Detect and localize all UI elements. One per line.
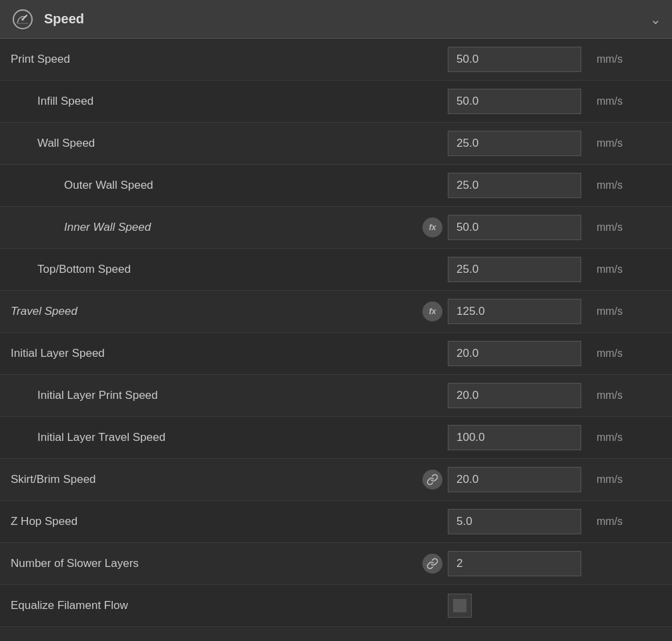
- label-infill-speed: Infill Speed: [11, 95, 448, 108]
- unit-initial-layer-travel-speed: mm/s: [589, 432, 623, 444]
- input-group-initial-layer-speed: mm/s: [448, 341, 661, 366]
- unit-infill-speed: mm/s: [589, 95, 623, 107]
- input-outer-wall-speed[interactable]: [448, 173, 581, 198]
- input-group-equalize-filament-flow: [448, 594, 661, 618]
- input-group-number-of-slower-layers: [448, 551, 661, 576]
- input-infill-speed[interactable]: [448, 89, 581, 114]
- svg-point-2: [21, 18, 24, 21]
- unit-outer-wall-speed: mm/s: [589, 179, 623, 191]
- setting-row-number-of-slower-layers: Number of Slower Layers: [0, 543, 672, 585]
- setting-row-initial-layer-travel-speed: Initial Layer Travel Speedmm/s: [0, 417, 672, 459]
- setting-row-print-speed: Print Speedmm/s: [0, 39, 672, 81]
- input-wall-speed[interactable]: [448, 131, 581, 156]
- setting-row-z-hop-speed: Z Hop Speedmm/s: [0, 501, 672, 543]
- input-skirt-brim-speed[interactable]: [448, 467, 581, 492]
- checkbox-inner-equalize-filament-flow: [453, 599, 466, 612]
- input-group-print-speed: mm/s: [448, 47, 661, 72]
- setting-row-equalize-filament-flow: Equalize Filament Flow: [0, 585, 672, 627]
- input-top-bottom-speed[interactable]: [448, 257, 581, 282]
- unit-initial-layer-speed: mm/s: [589, 348, 623, 360]
- fx-icon-inner-wall-speed[interactable]: fx: [422, 217, 442, 237]
- unit-skirt-brim-speed: mm/s: [589, 474, 623, 486]
- input-print-speed[interactable]: [448, 47, 581, 72]
- setting-row-initial-layer-speed: Initial Layer Speedmm/s: [0, 333, 672, 375]
- label-initial-layer-travel-speed: Initial Layer Travel Speed: [11, 431, 448, 444]
- input-group-inner-wall-speed: mm/s: [448, 215, 661, 240]
- label-equalize-filament-flow: Equalize Filament Flow: [11, 599, 448, 612]
- input-group-initial-layer-print-speed: mm/s: [448, 383, 661, 408]
- label-outer-wall-speed: Outer Wall Speed: [11, 179, 448, 192]
- input-group-z-hop-speed: mm/s: [448, 509, 661, 534]
- setting-row-inner-wall-speed: Inner Wall Speedfxmm/s: [0, 207, 672, 249]
- label-skirt-brim-speed: Skirt/Brim Speed: [11, 473, 422, 486]
- label-wall-speed: Wall Speed: [11, 137, 448, 150]
- input-group-outer-wall-speed: mm/s: [448, 173, 661, 198]
- setting-row-skirt-brim-speed: Skirt/Brim Speedmm/s: [0, 459, 672, 501]
- input-initial-layer-print-speed[interactable]: [448, 383, 581, 408]
- checkbox-equalize-filament-flow[interactable]: [448, 594, 472, 618]
- fx-icon-travel-speed[interactable]: fx: [422, 301, 442, 322]
- speed-panel: Speed ⌄ Print Speedmm/sInfill Speedmm/sW…: [0, 0, 672, 627]
- input-initial-layer-travel-speed[interactable]: [448, 425, 581, 450]
- input-inner-wall-speed[interactable]: [448, 215, 581, 240]
- setting-row-wall-speed: Wall Speedmm/s: [0, 123, 672, 165]
- input-group-skirt-brim-speed: mm/s: [448, 467, 661, 492]
- input-z-hop-speed[interactable]: [448, 509, 581, 534]
- label-initial-layer-speed: Initial Layer Speed: [11, 347, 448, 360]
- unit-initial-layer-print-speed: mm/s: [589, 390, 623, 402]
- link-icon-number-of-slower-layers[interactable]: [422, 554, 442, 574]
- input-group-top-bottom-speed: mm/s: [448, 257, 661, 282]
- input-group-travel-speed: mm/s: [448, 299, 661, 324]
- label-inner-wall-speed: Inner Wall Speed: [11, 221, 422, 234]
- setting-row-infill-speed: Infill Speedmm/s: [0, 81, 672, 123]
- input-number-of-slower-layers[interactable]: [448, 551, 581, 576]
- link-icon-skirt-brim-speed[interactable]: [422, 470, 442, 490]
- unit-wall-speed: mm/s: [589, 137, 623, 149]
- setting-row-initial-layer-print-speed: Initial Layer Print Speedmm/s: [0, 375, 672, 417]
- input-group-initial-layer-travel-speed: mm/s: [448, 425, 661, 450]
- collapse-icon[interactable]: ⌄: [650, 11, 661, 27]
- setting-row-outer-wall-speed: Outer Wall Speedmm/s: [0, 165, 672, 207]
- label-z-hop-speed: Z Hop Speed: [11, 515, 448, 528]
- label-initial-layer-print-speed: Initial Layer Print Speed: [11, 389, 448, 402]
- input-group-infill-speed: mm/s: [448, 89, 661, 114]
- setting-row-top-bottom-speed: Top/Bottom Speedmm/s: [0, 249, 672, 291]
- label-number-of-slower-layers: Number of Slower Layers: [11, 557, 422, 570]
- panel-header: Speed ⌄: [0, 0, 672, 39]
- panel-title: Speed: [44, 11, 650, 27]
- input-travel-speed[interactable]: [448, 299, 581, 324]
- unit-inner-wall-speed: mm/s: [589, 221, 623, 233]
- unit-top-bottom-speed: mm/s: [589, 263, 623, 275]
- label-travel-speed: Travel Speed: [11, 305, 422, 318]
- input-group-wall-speed: mm/s: [448, 131, 661, 156]
- setting-row-travel-speed: Travel Speedfxmm/s: [0, 291, 672, 333]
- label-print-speed: Print Speed: [11, 53, 448, 66]
- unit-travel-speed: mm/s: [589, 305, 623, 317]
- input-initial-layer-speed[interactable]: [448, 341, 581, 366]
- unit-print-speed: mm/s: [589, 53, 623, 65]
- settings-list: Print Speedmm/sInfill Speedmm/sWall Spee…: [0, 39, 672, 627]
- label-top-bottom-speed: Top/Bottom Speed: [11, 263, 448, 276]
- unit-z-hop-speed: mm/s: [589, 516, 623, 528]
- speedometer-icon: [11, 7, 35, 31]
